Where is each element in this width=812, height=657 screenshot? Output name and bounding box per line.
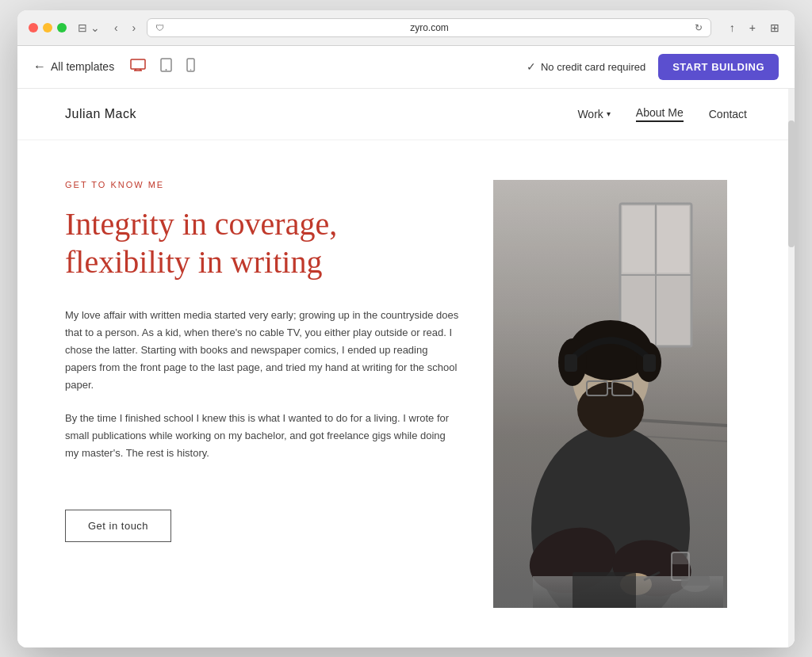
minimize-button[interactable] bbox=[43, 23, 52, 32]
work-dropdown-icon: ▾ bbox=[607, 109, 611, 118]
close-button[interactable] bbox=[29, 23, 38, 32]
back-nav-button[interactable]: ‹ bbox=[111, 20, 121, 36]
svg-rect-0 bbox=[131, 59, 145, 69]
mobile-view-button[interactable] bbox=[183, 55, 198, 78]
check-icon: ✓ bbox=[527, 60, 536, 73]
heading-line1: Integrity in coverage, bbox=[65, 206, 337, 242]
forward-nav-button[interactable]: › bbox=[129, 20, 140, 36]
site-main-content: GET TO KNOW ME Integrity in coverage, fl… bbox=[17, 140, 795, 647]
new-tab-button[interactable]: + bbox=[745, 20, 760, 36]
svg-rect-38 bbox=[493, 180, 727, 608]
device-switcher bbox=[127, 55, 198, 78]
reload-icon: ↻ bbox=[695, 22, 703, 33]
svg-point-7 bbox=[190, 69, 192, 71]
scrollbar[interactable] bbox=[788, 89, 795, 647]
site-nav-links: Work ▾ About Me Contact bbox=[577, 106, 747, 122]
section-label: GET TO KNOW ME bbox=[65, 180, 462, 189]
toolbar-right: ✓ No credit card required START BUILDING bbox=[527, 54, 779, 80]
nav-contact-link[interactable]: Contact bbox=[709, 108, 747, 120]
scrollbar-thumb[interactable] bbox=[788, 120, 795, 247]
site-logo: Julian Mack bbox=[65, 107, 136, 121]
desktop-view-button[interactable] bbox=[127, 55, 149, 78]
browser-titlebar: ⊟ ⌄ ‹ › 🛡 zyro.com ↻ ↑ + ⊞ bbox=[17, 10, 795, 45]
website-preview: Julian Mack Work ▾ About Me Contact GET … bbox=[17, 89, 795, 647]
heading-line2: flexibility in writing bbox=[65, 244, 322, 280]
address-bar[interactable]: 🛡 zyro.com ↻ bbox=[147, 18, 711, 37]
nav-work-link[interactable]: Work ▾ bbox=[577, 108, 610, 120]
url-text: zyro.com bbox=[169, 22, 690, 33]
back-label-text: All templates bbox=[51, 60, 114, 73]
contact-label: Contact bbox=[709, 108, 747, 120]
security-icon: 🛡 bbox=[155, 23, 164, 32]
get-in-touch-button[interactable]: Get in touch bbox=[65, 510, 171, 542]
toolbar: ← All templates bbox=[17, 46, 795, 89]
person-photo bbox=[493, 180, 727, 608]
share-button[interactable]: ↑ bbox=[726, 20, 739, 36]
browser-chrome: ⊟ ⌄ ‹ › 🛡 zyro.com ↻ ↑ + ⊞ bbox=[17, 10, 795, 46]
svg-point-5 bbox=[166, 69, 167, 71]
maximize-button[interactable] bbox=[57, 23, 67, 32]
main-heading: Integrity in coverage, flexibility in wr… bbox=[65, 205, 462, 281]
start-building-button[interactable]: START BUILDING bbox=[658, 54, 779, 80]
back-to-templates-button[interactable]: ← All templates bbox=[33, 59, 114, 74]
content-left: GET TO KNOW ME Integrity in coverage, fl… bbox=[65, 180, 462, 608]
about-label: About Me bbox=[636, 106, 684, 119]
body-paragraph-1: My love affair with written media starte… bbox=[65, 307, 462, 394]
back-arrow-icon: ← bbox=[33, 59, 46, 74]
tab-grid-button[interactable]: ⊞ bbox=[766, 20, 783, 36]
work-label: Work bbox=[577, 108, 603, 120]
no-credit-card-notice: ✓ No credit card required bbox=[527, 60, 645, 73]
tablet-view-button[interactable] bbox=[157, 55, 175, 78]
traffic-lights bbox=[29, 23, 67, 32]
content-right bbox=[493, 180, 727, 608]
no-credit-label: No credit card required bbox=[541, 61, 645, 73]
nav-about-link[interactable]: About Me bbox=[636, 106, 684, 122]
site-navigation: Julian Mack Work ▾ About Me Contact bbox=[17, 89, 795, 140]
sidebar-toggle-button[interactable]: ⊟ ⌄ bbox=[75, 20, 103, 36]
browser-actions: ↑ + ⊞ bbox=[726, 20, 783, 36]
browser-window: ⊟ ⌄ ‹ › 🛡 zyro.com ↻ ↑ + ⊞ ← All templat… bbox=[17, 10, 795, 647]
body-paragraph-2: By the time I finished school I knew thi… bbox=[65, 410, 462, 462]
